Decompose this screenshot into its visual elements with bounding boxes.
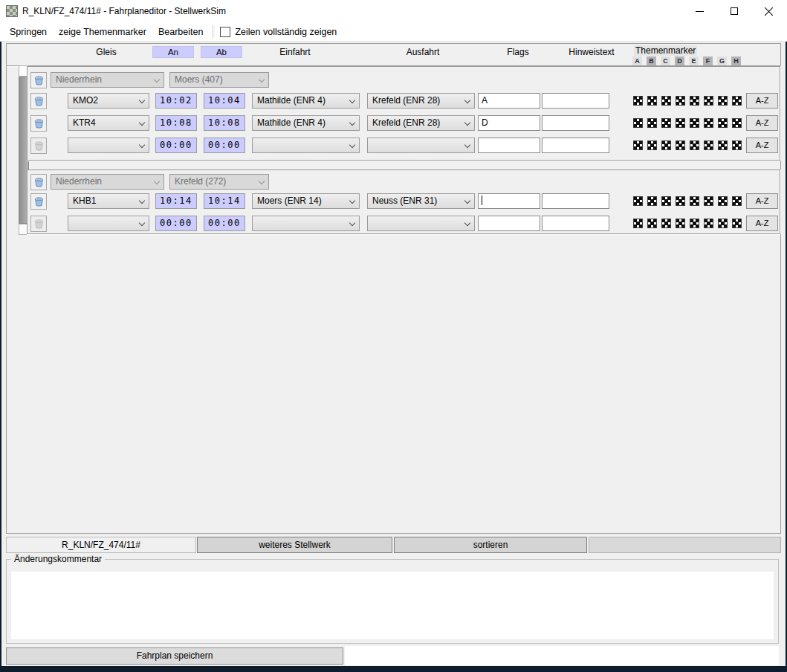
hinweistext-input[interactable] <box>542 216 609 231</box>
themenmarker-checkbox-g[interactable] <box>718 196 728 206</box>
themenmarker-checkbox-a[interactable] <box>633 118 643 128</box>
gleis-select[interactable]: KTR4 <box>68 115 149 131</box>
themenmarker-checkbox-a[interactable] <box>633 219 643 228</box>
themenmarker-checkbox-h[interactable] <box>732 118 742 128</box>
window-border-bottom <box>0 666 787 672</box>
gleis-select[interactable]: KMO2 <box>68 93 149 109</box>
az-sort-button[interactable]: A-Z <box>746 138 778 153</box>
ab-time-field[interactable]: 10:08 <box>204 115 245 131</box>
aenderungskommentar-textarea[interactable] <box>11 572 774 639</box>
themenmarker-checkbox-e[interactable] <box>690 118 699 128</box>
gleis-select[interactable] <box>68 216 149 231</box>
menu-springen[interactable]: Springen <box>4 27 53 37</box>
flags-input[interactable]: A <box>478 93 540 109</box>
hinweistext-input[interactable] <box>542 93 609 109</box>
delete-group-button[interactable] <box>30 174 47 190</box>
themenmarker-checkbox-a[interactable] <box>633 196 643 206</box>
gleis-select[interactable] <box>68 138 149 153</box>
an-time-field[interactable]: 00:00 <box>155 216 197 231</box>
an-time-field[interactable]: 10:08 <box>155 115 197 131</box>
themenmarker-checkbox-e[interactable] <box>690 140 699 150</box>
themenmarker-checkbox-b[interactable] <box>647 140 657 150</box>
flags-input-focused[interactable] <box>478 193 540 209</box>
az-sort-button[interactable]: A-Z <box>746 115 778 131</box>
themenmarker-checkbox-f[interactable] <box>704 140 713 150</box>
hinweistext-input[interactable] <box>542 138 609 153</box>
themenmarker-checkbox-f[interactable] <box>704 118 713 128</box>
ab-time-field[interactable]: 10:14 <box>204 193 245 209</box>
themenmarker-checkbox-f[interactable] <box>704 96 713 106</box>
ab-time-field[interactable]: 00:00 <box>204 138 245 153</box>
themenmarker-checkbox-c[interactable] <box>661 140 671 150</box>
themenmarker-checkbox-a[interactable] <box>633 140 643 150</box>
ausfahrt-select[interactable]: Neuss (ENR 31) <box>367 193 475 209</box>
themenmarker-checkbox-e[interactable] <box>690 96 699 106</box>
themenmarker-checkbox-d[interactable] <box>676 219 685 228</box>
themenmarker-checkbox-b[interactable] <box>647 196 657 206</box>
close-button[interactable] <box>752 0 787 22</box>
delete-row-button[interactable] <box>30 115 47 132</box>
themenmarker-checkbox-d[interactable] <box>676 196 685 206</box>
themenmarker-checkbox-e[interactable] <box>690 219 699 228</box>
themenmarker-checkbox-h[interactable] <box>732 219 742 228</box>
einfahrt-select[interactable]: Moers (ENR 14) <box>252 193 360 209</box>
delete-group-button[interactable] <box>30 72 47 88</box>
trash-icon <box>33 177 45 188</box>
ab-time-field[interactable]: 00:00 <box>204 216 245 231</box>
maximize-button[interactable] <box>717 0 752 22</box>
themenmarker-checkbox-c[interactable] <box>661 96 671 106</box>
an-time-field[interactable]: 10:02 <box>155 93 197 109</box>
az-sort-button[interactable]: A-Z <box>746 216 778 231</box>
einfahrt-select[interactable]: Mathilde (ENR 4) <box>252 115 360 131</box>
ausfahrt-select[interactable] <box>367 216 475 231</box>
themenmarker-checkbox-d[interactable] <box>676 140 685 150</box>
gleis-select[interactable]: KHB1 <box>68 193 149 209</box>
ab-time-field[interactable]: 10:04 <box>204 93 245 109</box>
ausfahrt-select[interactable]: Krefeld (ENR 28) <box>367 115 475 131</box>
column-header-ausfahrt: Ausfahrt <box>407 47 440 57</box>
themenmarker-checkbox-g[interactable] <box>718 118 728 128</box>
ausfahrt-select[interactable]: Krefeld (ENR 28) <box>367 93 475 109</box>
themenmarker-checkbox-f[interactable] <box>704 196 713 206</box>
flags-input[interactable]: D <box>478 115 540 131</box>
an-time-field[interactable]: 00:00 <box>155 138 197 153</box>
themenmarker-checkbox-c[interactable] <box>661 219 671 228</box>
themenmarker-checkbox-c[interactable] <box>661 196 671 206</box>
themenmarker-checkbox-g[interactable] <box>718 219 728 228</box>
themenmarker-checkbox-c[interactable] <box>661 118 671 128</box>
themenmarker-checkbox-h[interactable] <box>732 196 742 206</box>
einfahrt-select[interactable]: Mathilde (ENR 4) <box>252 93 360 109</box>
themenmarker-checkbox-g[interactable] <box>718 96 728 106</box>
themenmarker-checkbox-b[interactable] <box>647 118 657 128</box>
einfahrt-select[interactable] <box>252 216 360 231</box>
themenmarker-checkbox-f[interactable] <box>704 219 713 228</box>
themenmarker-checkbox-d[interactable] <box>676 118 685 128</box>
sortieren-button[interactable]: sortieren <box>394 537 587 553</box>
flags-input[interactable] <box>478 216 540 231</box>
hinweistext-input[interactable] <box>542 115 609 131</box>
themenmarker-checkbox-h[interactable] <box>732 140 742 150</box>
ausfahrt-select[interactable] <box>367 138 475 153</box>
weiteres-stellwerk-button[interactable]: weiteres Stellwerk <box>197 537 392 553</box>
themenmarker-checkbox-b[interactable] <box>647 219 657 228</box>
themenmarker-checkbox-d[interactable] <box>676 96 685 106</box>
themenmarker-checkbox-b[interactable] <box>647 96 657 106</box>
fahrplan-speichern-button[interactable]: Fahrplan speichern <box>6 647 343 665</box>
menu-bearbeiten[interactable]: Bearbeiten <box>152 27 209 37</box>
themenmarker-checkbox-h[interactable] <box>732 96 742 106</box>
zeilen-vollstaendig-checkbox[interactable] <box>220 27 230 37</box>
themenmarker-checkbox-g[interactable] <box>718 140 728 150</box>
delete-row-button[interactable] <box>30 93 47 109</box>
flags-input[interactable] <box>478 138 540 153</box>
themenmarker-checkbox-e[interactable] <box>690 196 699 206</box>
an-time-field[interactable]: 10:14 <box>155 193 197 209</box>
tab-current-stellwerk[interactable]: R_KLN/FZ_474/11# <box>6 537 196 553</box>
minimize-button[interactable] <box>682 0 717 22</box>
themenmarker-checkbox-a[interactable] <box>633 96 643 106</box>
delete-row-button[interactable] <box>30 193 47 210</box>
menu-zeige-themenmarker[interactable]: zeige Themenmarker <box>53 27 152 37</box>
einfahrt-select[interactable] <box>252 138 360 153</box>
az-sort-button[interactable]: A-Z <box>746 93 778 109</box>
az-sort-button[interactable]: A-Z <box>746 193 778 209</box>
hinweistext-input[interactable] <box>542 193 609 209</box>
